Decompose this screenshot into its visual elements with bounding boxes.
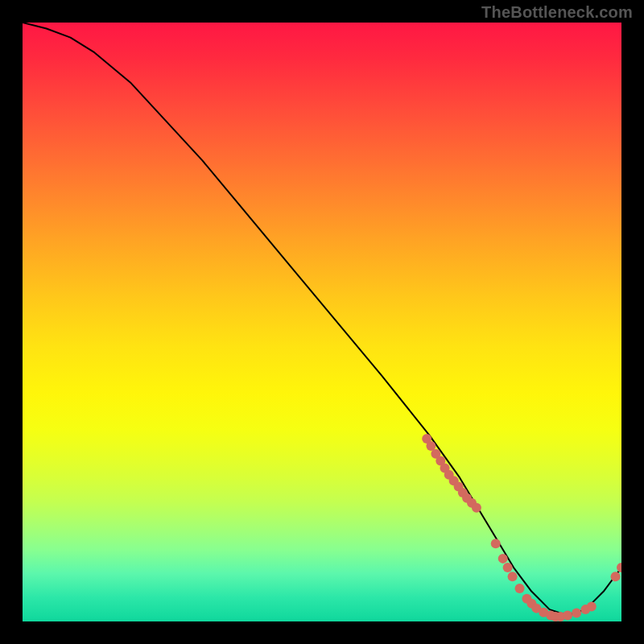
- plot-area: [23, 23, 621, 621]
- point-valley-cluster: [515, 584, 525, 593]
- point-right-tail: [617, 563, 621, 572]
- point-valley-cluster: [503, 563, 513, 572]
- point-valley-cluster: [508, 572, 518, 581]
- chart-svg: [23, 23, 621, 621]
- point-valley-cluster: [587, 601, 597, 611]
- point-upper-cluster: [472, 503, 481, 513]
- point-valley-cluster: [563, 611, 572, 621]
- series-curve: [23, 23, 621, 616]
- point-right-tail: [611, 572, 621, 581]
- point-valley-cluster: [491, 539, 501, 548]
- watermark-text: TheBottleneck.com: [481, 3, 633, 22]
- chart-stage: TheBottleneck.com: [0, 0, 644, 644]
- point-valley-cluster: [498, 554, 508, 564]
- point-valley-cluster: [572, 609, 581, 618]
